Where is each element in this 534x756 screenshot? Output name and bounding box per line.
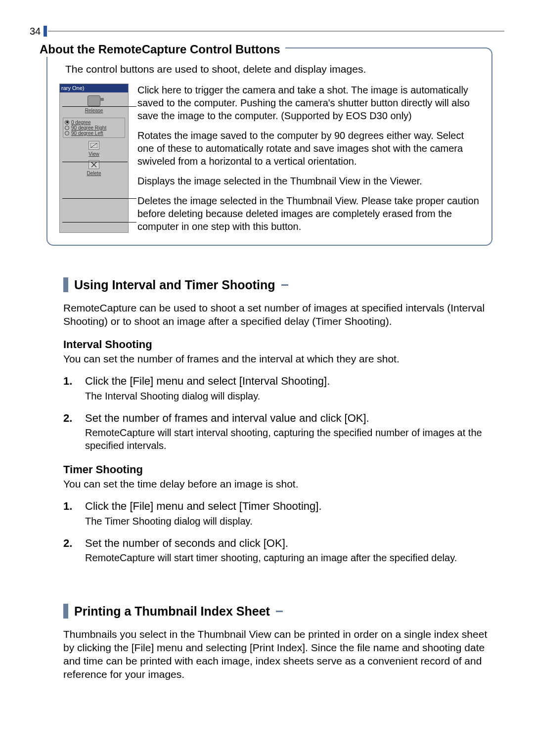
- section-interval-timer: Using Interval and Timer Shooting Remote…: [63, 277, 492, 564]
- release-button-area[interactable]: Release: [62, 95, 126, 114]
- rotate-0-label: 0 degree: [71, 120, 90, 125]
- step-title: Set the number of seconds and click [OK]…: [85, 536, 492, 551]
- step-number: 1.: [63, 499, 75, 528]
- leader-line: [62, 222, 136, 222]
- section-body: Thumbnails you select in the Thumbnail V…: [63, 627, 492, 681]
- radio-icon: [65, 120, 69, 125]
- step-number: 2.: [63, 411, 75, 452]
- rotate-left-radio[interactable]: 90 degree Left: [65, 131, 123, 136]
- callout-title-wrap: About the RemoteCapture Control Buttons: [40, 42, 285, 57]
- view-label: View: [89, 151, 99, 157]
- interval-heading: Interval Shooting: [63, 338, 492, 352]
- rotate-group: 0 degree 90 degree Right 90 degree Left: [63, 118, 125, 138]
- section-printing: Printing a Thumbnail Index Sheet Thumbna…: [63, 603, 492, 691]
- timer-step-2: 2. Set the number of seconds and click […: [63, 536, 492, 565]
- delete-button-area[interactable]: Delete: [62, 160, 126, 177]
- leader-line: [62, 198, 136, 199]
- step-number: 2.: [63, 536, 75, 565]
- rotate-left-label: 90 degree Left: [71, 131, 103, 136]
- callout-title: About the RemoteCapture Control Buttons: [40, 42, 280, 57]
- page-number-accent: [44, 26, 47, 37]
- step-title: Set the number of frames and interval va…: [85, 411, 492, 426]
- step-description: RemoteCapture will start interval shooti…: [85, 426, 492, 452]
- timer-intro: You can set the time delay before an ima…: [63, 477, 492, 490]
- section-accent-bar: [63, 277, 68, 292]
- section-title: Printing a Thumbnail Index Sheet: [74, 603, 270, 620]
- step-number: 1.: [63, 374, 75, 402]
- callout-descriptions: Click here to trigger the camera and tak…: [137, 84, 480, 233]
- delete-label: Delete: [87, 170, 101, 177]
- view-icon: [89, 141, 99, 150]
- step-title: Click the [File] menu and select [Interv…: [85, 374, 492, 389]
- release-label: Release: [85, 107, 103, 114]
- timer-heading: Timer Shooting: [63, 463, 492, 477]
- rotate-right-radio[interactable]: 90 degree Right: [65, 125, 123, 131]
- radio-icon: [65, 126, 69, 130]
- leader-line: [62, 162, 128, 162]
- step-description: RemoteCapture will start timer shooting,…: [85, 551, 492, 564]
- view-button-area[interactable]: View: [62, 141, 126, 157]
- step-title: Click the [File] menu and select [Timer …: [85, 499, 492, 514]
- delete-description: Deletes the image selected in the Thumbn…: [137, 194, 480, 233]
- callout-box: About the RemoteCapture Control Buttons …: [46, 47, 492, 246]
- section-title: Using Interval and Timer Shooting: [74, 277, 275, 293]
- camera-icon: [88, 95, 100, 106]
- section-heading: Using Interval and Timer Shooting: [63, 277, 492, 293]
- callout-intro: The control buttons are used to shoot, d…: [65, 62, 480, 76]
- radio-icon: [65, 131, 69, 135]
- rotate-right-label: 90 degree Right: [71, 125, 106, 131]
- rotate-description: Rotates the image saved to the computer …: [137, 129, 480, 168]
- section-heading: Printing a Thumbnail Index Sheet: [63, 603, 492, 620]
- leader-line: [62, 106, 136, 107]
- view-description: Displays the image selected in the Thumb…: [137, 175, 480, 187]
- interval-step-1: 1. Click the [File] menu and select [Int…: [63, 374, 492, 402]
- rotate-0-radio[interactable]: 0 degree: [65, 120, 123, 125]
- section-accent-line: [281, 284, 288, 286]
- section-intro: RemoteCapture can be used to shoot a set…: [63, 301, 492, 328]
- page-header-rule: [48, 31, 504, 32]
- interval-step-2: 2. Set the number of frames and interval…: [63, 411, 492, 452]
- page-number: 34: [30, 25, 41, 38]
- interval-intro: You can set the number of frames and the…: [63, 352, 492, 365]
- delete-icon: [89, 160, 99, 169]
- section-accent-bar: [63, 604, 68, 619]
- release-description: Click here to trigger the camera and tak…: [137, 84, 480, 122]
- section-accent-line: [276, 611, 283, 612]
- step-description: The Interval Shooting dialog will displa…: [85, 390, 492, 402]
- svg-line-1: [90, 143, 97, 148]
- timer-step-1: 1. Click the [File] menu and select [Tim…: [63, 499, 492, 528]
- step-description: The Timer Shooting dialog will display.: [85, 515, 492, 528]
- panel-titlebar: rary One): [60, 84, 128, 92]
- page-header: 34: [30, 25, 504, 38]
